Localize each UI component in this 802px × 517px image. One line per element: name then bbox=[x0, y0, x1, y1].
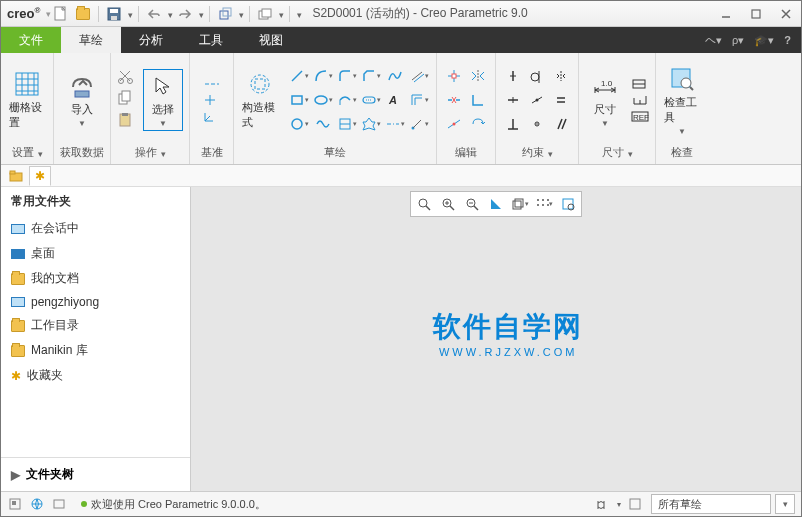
rotate-resize-icon[interactable] bbox=[467, 113, 489, 135]
centerline2-icon[interactable]: ▾ bbox=[384, 113, 406, 135]
regenerate-icon[interactable] bbox=[215, 4, 235, 24]
tab-sketch[interactable]: 草绘 bbox=[61, 27, 121, 53]
grid-settings-button[interactable]: 栅格设置 bbox=[7, 68, 47, 132]
selection-filter-combo[interactable]: 所有草绘 bbox=[651, 494, 771, 514]
point2-icon[interactable]: ▾ bbox=[408, 113, 430, 135]
repaint-icon[interactable] bbox=[485, 194, 507, 214]
sidebar-item-in-session[interactable]: 在会话中 bbox=[1, 216, 190, 241]
help-icon[interactable]: ? bbox=[784, 34, 791, 46]
maximize-button[interactable] bbox=[745, 4, 767, 24]
arc-icon[interactable]: ▾ bbox=[312, 65, 334, 87]
zoom-fit-icon[interactable] bbox=[413, 194, 435, 214]
settings-dropdown-icon[interactable] bbox=[36, 147, 43, 159]
search-help-icon[interactable]: ρ▾ bbox=[732, 34, 744, 47]
status-window-icon[interactable] bbox=[49, 494, 69, 514]
redo-icon[interactable] bbox=[175, 4, 195, 24]
trim-icon[interactable] bbox=[443, 65, 465, 87]
inspect-button[interactable]: 检查工具 ▼ bbox=[662, 63, 702, 138]
ops-dropdown-icon[interactable] bbox=[159, 147, 166, 159]
find-icon[interactable] bbox=[591, 494, 611, 514]
tangent-icon[interactable] bbox=[526, 65, 548, 87]
corner-icon[interactable] bbox=[467, 89, 489, 111]
tab-analysis[interactable]: 分析 bbox=[121, 27, 181, 53]
ellipse-icon[interactable]: ▾ bbox=[312, 89, 334, 111]
folder-tree-header[interactable]: ▶文件夹树 bbox=[1, 457, 190, 491]
select-button[interactable]: 选择 ▼ bbox=[143, 69, 183, 131]
delete-seg-icon[interactable] bbox=[443, 89, 465, 111]
save-dropdown-icon[interactable] bbox=[126, 7, 133, 21]
offset-edge-icon[interactable]: ▾ bbox=[408, 65, 430, 87]
dim-dropdown-icon[interactable] bbox=[626, 147, 633, 159]
coincident-icon[interactable] bbox=[526, 113, 548, 135]
sidebar-item-documents[interactable]: 我的文档 bbox=[1, 266, 190, 291]
folder-tab-icon[interactable] bbox=[5, 166, 27, 186]
point-icon[interactable] bbox=[203, 93, 221, 107]
cut-icon[interactable] bbox=[117, 68, 137, 88]
fillet-icon[interactable]: ▾ bbox=[336, 65, 358, 87]
grid-display-icon[interactable]: ▾ bbox=[533, 194, 555, 214]
midpoint-icon[interactable] bbox=[526, 89, 548, 111]
close-button[interactable] bbox=[775, 4, 797, 24]
rectangle-icon[interactable]: ▾ bbox=[288, 89, 310, 111]
tangent-arc-icon[interactable]: ▾ bbox=[336, 89, 358, 111]
palette-icon[interactable]: ▾ bbox=[360, 113, 382, 135]
import-button[interactable]: 导入 ▼ bbox=[62, 70, 102, 130]
tab-view[interactable]: 视图 bbox=[241, 27, 301, 53]
collapse-ribbon-icon[interactable]: ヘ▾ bbox=[705, 33, 722, 48]
perpendicular-icon[interactable] bbox=[502, 113, 524, 135]
sidebar-item-user[interactable]: pengzhiyong bbox=[1, 291, 190, 313]
copy-icon[interactable] bbox=[117, 90, 137, 110]
graduation-icon[interactable]: 🎓▾ bbox=[754, 34, 774, 47]
offset-icon[interactable]: ▾ bbox=[408, 89, 430, 111]
spline-icon[interactable] bbox=[384, 65, 406, 87]
parallel-icon[interactable] bbox=[550, 113, 572, 135]
text-icon[interactable]: A bbox=[384, 89, 406, 111]
windows-icon[interactable] bbox=[255, 4, 275, 24]
divide-icon[interactable] bbox=[443, 113, 465, 135]
undo-dropdown-icon[interactable] bbox=[166, 7, 173, 21]
graphics-canvas[interactable]: ▾ ▾ 软件自学网 WWW.RJZXW.COM bbox=[191, 187, 801, 491]
regen-dropdown-icon[interactable] bbox=[237, 7, 244, 21]
qat-customize-icon[interactable] bbox=[295, 7, 302, 21]
line-icon[interactable]: ▾ bbox=[288, 65, 310, 87]
project-icon[interactable]: ▾ bbox=[336, 113, 358, 135]
sidebar-item-desktop[interactable]: 桌面 bbox=[1, 241, 190, 266]
baseline-dim-icon[interactable] bbox=[631, 93, 649, 107]
chamfer-icon[interactable]: ▾ bbox=[360, 65, 382, 87]
windows-dropdown-icon[interactable] bbox=[277, 7, 284, 21]
constrain-dropdown-icon[interactable] bbox=[546, 147, 553, 159]
equal-icon[interactable] bbox=[550, 89, 572, 111]
symmetric-icon[interactable] bbox=[550, 65, 572, 87]
minimize-button[interactable] bbox=[715, 4, 737, 24]
sidebar-item-favorites[interactable]: ✱收藏夹 bbox=[1, 363, 190, 388]
favorites-tab-icon[interactable]: ✱ bbox=[29, 166, 51, 186]
new-file-icon[interactable] bbox=[51, 4, 71, 24]
selection-filter-icon[interactable] bbox=[625, 494, 645, 514]
sine-icon[interactable] bbox=[312, 113, 334, 135]
open-folder-icon[interactable] bbox=[73, 4, 93, 24]
circle-icon[interactable]: ▾ bbox=[288, 113, 310, 135]
ref-dim-icon[interactable]: REF bbox=[631, 109, 649, 123]
paste-icon[interactable] bbox=[117, 112, 137, 132]
zoom-in-icon[interactable] bbox=[437, 194, 459, 214]
construction-mode-button[interactable]: 构造模式 bbox=[240, 68, 280, 132]
status-model-tree-icon[interactable] bbox=[5, 494, 25, 514]
tab-file[interactable]: 文件 bbox=[1, 27, 61, 53]
coord-sys-icon[interactable] bbox=[203, 109, 221, 123]
zoom-out-icon[interactable] bbox=[461, 194, 483, 214]
vertex-display-icon[interactable] bbox=[557, 194, 579, 214]
display-style-icon[interactable]: ▾ bbox=[509, 194, 531, 214]
redo-dropdown-icon[interactable] bbox=[197, 7, 204, 21]
mirror-icon[interactable] bbox=[467, 65, 489, 87]
sidebar-item-manikin[interactable]: Manikin 库 bbox=[1, 338, 190, 363]
undo-icon[interactable] bbox=[144, 4, 164, 24]
vertical-icon[interactable] bbox=[502, 65, 524, 87]
save-icon[interactable] bbox=[104, 4, 124, 24]
horizontal-icon[interactable] bbox=[502, 89, 524, 111]
tab-tools[interactable]: 工具 bbox=[181, 27, 241, 53]
dimension-button[interactable]: 1.0 尺寸 ▼ bbox=[585, 70, 625, 130]
status-browser-icon[interactable] bbox=[27, 494, 47, 514]
perimeter-dim-icon[interactable] bbox=[631, 77, 649, 91]
slot-icon[interactable]: ▾ bbox=[360, 89, 382, 111]
filter-dropdown-button[interactable]: ▾ bbox=[775, 494, 795, 514]
